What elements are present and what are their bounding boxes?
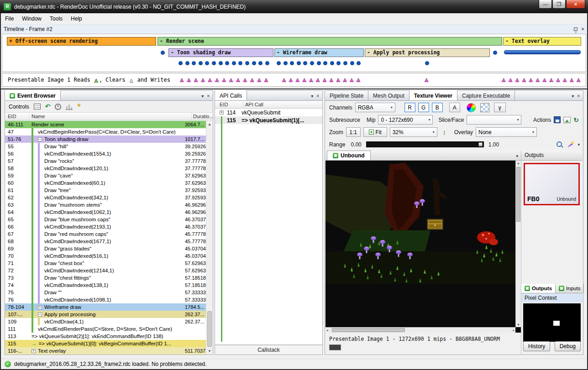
write-marker-triangle-icon[interactable]: ▲ <box>316 76 320 83</box>
event-row[interactable]: 70vkCmdDrawIndexed(516,1)45.03704 <box>5 252 206 260</box>
timeline-event-dot[interactable] <box>317 61 321 65</box>
tab-api-calls[interactable]: API Calls <box>215 90 247 100</box>
minimize-button[interactable]: — <box>539 0 552 9</box>
event-row[interactable]: 59Draw "cave"37.62963 <box>5 172 206 179</box>
scroll-right-icon[interactable]: ▸ <box>513 328 514 332</box>
timeline-event-dot[interactable] <box>336 61 341 65</box>
timeline-event-dot[interactable] <box>303 61 307 65</box>
write-marker-triangle-icon[interactable]: ▲ <box>201 76 205 83</box>
event-row[interactable]: 68vkCmdDrawIndexed(1677,1)45.77778 <box>5 238 206 245</box>
column-duration[interactable]: Duratio... <box>192 114 213 119</box>
event-row[interactable]: 55Draw "hill"39.25926 <box>5 143 206 150</box>
channel-red-toggle[interactable]: R <box>404 103 415 112</box>
timeline-bar-0[interactable]: + Off-screen scene rendering <box>7 37 156 46</box>
event-row[interactable]: 56vkCmdDrawIndexed(1554,1)39.25926 <box>5 150 206 157</box>
write-marker-triangle-icon[interactable]: ▲ <box>515 76 519 83</box>
timeline-event-dot[interactable] <box>178 61 183 65</box>
write-marker-triangle-icon[interactable]: ▲ <box>529 76 533 83</box>
tab-unbound-texture[interactable]: Unbound <box>327 151 371 160</box>
api-calls-close-icon[interactable]: × <box>316 94 319 99</box>
event-row[interactable]: 113=> vkQueueSubmit(2)[1]: vkEndCommandB… <box>5 333 206 340</box>
timeline-event-dot[interactable] <box>425 61 429 65</box>
texture-horizontal-scrollbar[interactable]: ◂ ▸ <box>326 327 515 333</box>
event-browser-scrollbar[interactable]: ▲ ▼ <box>206 121 213 354</box>
event-row[interactable]: 65Draw "blue mushroom caps"46.37037 <box>5 216 206 223</box>
timeline-bar-2[interactable]: - Text overlay <box>503 37 581 46</box>
tab-pipeline-state[interactable]: Pipeline State <box>325 90 368 100</box>
scroll-down-icon[interactable]: ▼ <box>206 348 213 354</box>
zoom-1-1-button[interactable]: 1:1 <box>346 127 361 137</box>
timeline-event-dot[interactable] <box>357 61 361 65</box>
timeline-event-dot[interactable] <box>232 61 236 65</box>
pin-icon[interactable] <box>574 27 578 31</box>
write-marker-triangle-icon[interactable]: ▲ <box>330 76 333 83</box>
write-marker-triangle-icon[interactable]: ▲ <box>229 76 233 83</box>
write-marker-triangle-icon[interactable]: ▲ <box>549 76 553 83</box>
history-button[interactable]: History <box>523 341 550 351</box>
timeline-event-dot[interactable] <box>265 61 269 65</box>
write-marker-triangle-icon[interactable]: ▲ <box>208 76 212 83</box>
write-marker-triangle-icon[interactable]: ▲ <box>236 76 240 83</box>
write-marker-triangle-icon[interactable]: ▲ <box>309 76 313 83</box>
tree-expander-icon[interactable]: − <box>38 313 42 317</box>
channels-dropdown[interactable]: RGBA ▾ <box>355 103 395 112</box>
menu-window[interactable]: Window <box>18 14 46 24</box>
timeline-close-icon[interactable]: × <box>581 26 584 32</box>
event-row[interactable]: 51-76−Toon shading draw1017.7... <box>5 135 206 143</box>
write-marker-triangle-icon[interactable]: ▲ <box>502 76 505 83</box>
timeline-event-dot[interactable] <box>192 61 196 65</box>
event-row[interactable]: 111vkCmdEndRenderPass(C=Store, D=Store, … <box>5 325 206 333</box>
zoom-fit-button[interactable]: Fit <box>363 127 387 137</box>
write-marker-triangle-icon[interactable]: ▲ <box>215 76 219 83</box>
timeline-event-dot[interactable] <box>290 61 294 65</box>
write-marker-triangle-icon[interactable]: ▲ <box>323 76 326 83</box>
debug-button[interactable]: Debug <box>555 341 581 351</box>
mip-dropdown[interactable]: 0 - 1272x690 ▾ <box>378 115 433 125</box>
timeline-event-dot[interactable] <box>219 61 223 65</box>
timeline-event-dot[interactable] <box>225 61 229 65</box>
timeline-event-dot[interactable] <box>161 51 165 55</box>
bookmark-icon[interactable]: * <box>77 104 80 109</box>
overlay-dropdown[interactable]: None ▾ <box>476 127 537 137</box>
menu-tools[interactable]: Tools <box>46 14 67 24</box>
gamma-toggle[interactable]: γ <box>494 103 506 112</box>
tab-event-browser[interactable]: Event Browser <box>5 90 61 100</box>
write-marker-triangle-icon[interactable]: ▲ <box>336 76 340 83</box>
texture-vertical-scrollbar[interactable]: ▲ ▼ <box>515 161 521 327</box>
channel-blue-toggle[interactable]: B <box>432 103 443 112</box>
channel-alpha-toggle[interactable]: A <box>449 103 460 112</box>
timeline-bar-1[interactable]: - Render scene <box>158 37 502 46</box>
refresh-icon[interactable]: ↻ <box>573 116 579 124</box>
timeline-event-dot[interactable] <box>284 61 288 65</box>
statistics-icon[interactable] <box>66 104 73 110</box>
tab-capture-executable[interactable]: Capture Executable <box>457 90 515 100</box>
event-row[interactable]: 107-...−Apply post processing262.37... <box>5 311 206 318</box>
event-row[interactable]: 64vkCmdDrawIndexed(1062,1)46.96296 <box>5 208 206 216</box>
jump-back-icon[interactable]: ↶ <box>45 104 51 109</box>
tab-outputs[interactable]: Outputs <box>521 284 556 293</box>
event-row[interactable]: 61Draw "tree"37.92593 <box>5 187 206 194</box>
column-api-call[interactable]: API Call <box>243 102 322 107</box>
write-marker-triangle-icon[interactable]: ▲ <box>250 76 254 83</box>
chevron-down-icon[interactable]: ▾ <box>516 154 521 160</box>
tree-expander-icon[interactable]: + <box>38 305 42 309</box>
timeline-event-dot[interactable] <box>238 61 242 65</box>
event-row[interactable]: 75Draw ""57.33333 <box>5 289 206 296</box>
write-marker-triangle-icon[interactable]: ▲ <box>222 76 226 83</box>
color-wheel-icon[interactable] <box>467 103 476 112</box>
write-marker-triangle-icon[interactable]: ▲ <box>570 76 573 83</box>
event-row[interactable]: 76vkCmdDrawIndexed(1098,1)57.33333 <box>5 296 206 303</box>
scrollbar-thumb[interactable] <box>207 311 212 347</box>
write-marker-triangle-icon[interactable]: ▲ <box>577 76 580 83</box>
timeline-event-dot[interactable] <box>493 51 497 55</box>
callstack-section[interactable]: Callstack <box>215 344 322 354</box>
scrollbar-thumb[interactable] <box>516 167 520 222</box>
event-row[interactable]: 73Draw "chest fittings"57.18518 <box>5 274 206 281</box>
timeline-event-dot[interactable] <box>205 61 209 65</box>
write-marker-triangle-icon[interactable]: ▲ <box>542 76 546 83</box>
write-marker-triangle-icon[interactable]: ▲ <box>343 76 346 83</box>
chevron-down-icon[interactable]: ▾ <box>572 94 574 99</box>
menu-file[interactable]: File <box>1 14 18 24</box>
zoom-range-icon[interactable] <box>556 141 564 149</box>
texture-display[interactable]: ▲ ▼ ◂ ▸ <box>326 161 521 333</box>
